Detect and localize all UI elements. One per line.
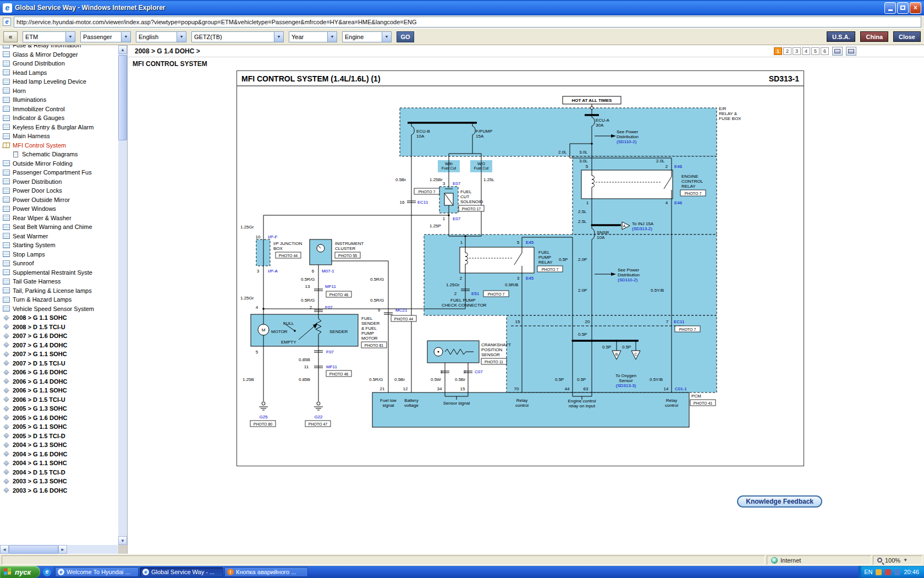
sidebar-item[interactable]: 2003 > G 1.6 DOHC (3, 486, 118, 495)
sidebar-item[interactable]: Main Harness (3, 132, 118, 141)
taskbar-item[interactable]: eWelcome To Hyundai ... (55, 567, 139, 577)
sidebar-item[interactable]: 2007 > G 1.6 DOHC (3, 331, 118, 341)
photo-ref-button[interactable]: PHOTO 46 (326, 291, 351, 297)
sidebar-item[interactable]: Illuminations (3, 95, 118, 105)
sidebar-item[interactable]: Vehicle Speed Sensor System (3, 304, 118, 314)
connector-link[interactable]: HOT AT ALL TIMES (572, 98, 613, 103)
page-button[interactable]: 2 (783, 47, 791, 55)
sidebar-item[interactable]: Tail, Parking & License lamps (3, 286, 118, 296)
zoom-panel[interactable]: 100% ▼ (873, 555, 922, 565)
photo-ref-button[interactable]: PHOTO 11 (481, 358, 507, 364)
photo-ref-button[interactable]: PHOTO 17 (459, 205, 484, 211)
scroll-up-icon[interactable]: ▲ (118, 45, 127, 54)
connector-link[interactable]: C07 (475, 369, 483, 374)
photo-ref-button[interactable]: PHOTO 7 (483, 291, 509, 297)
photo-ref-button[interactable]: PHOTO 41 (690, 400, 716, 406)
scroll-left-icon[interactable]: ◄ (0, 545, 9, 554)
sidebar-item[interactable]: Power Distribution (3, 177, 118, 187)
connector-link[interactable]: (SD313-3) (616, 383, 636, 388)
sidebar-item[interactable]: 2005 > G 1.1 SOHC (3, 422, 118, 432)
connector-link[interactable]: E07 (453, 216, 461, 221)
connector-link[interactable]: EC11 (674, 319, 685, 324)
usa-button[interactable]: U.S.A. (827, 31, 855, 42)
scroll-right-icon[interactable]: ► (58, 545, 67, 554)
connector-link[interactable]: (SD313-2) (632, 226, 652, 231)
sidebar-item[interactable]: Rear Wiper & Washer (3, 214, 118, 223)
connector-link[interactable]: (SD110-2) (618, 277, 638, 282)
sidebar-item[interactable]: 2004 > G 1.1 SOHC (3, 459, 118, 468)
select-group[interactable]: ETM▼ (23, 31, 75, 42)
page-button[interactable]: 4 (802, 47, 810, 55)
tray-icon[interactable] (876, 569, 882, 575)
page-button[interactable]: 6 (821, 47, 829, 55)
connector-link[interactable]: G22 (314, 415, 323, 419)
sidebar-item[interactable]: Tail Gate Harness (3, 277, 118, 286)
sidebar-item[interactable]: Head Lamps (3, 68, 118, 78)
connector-link[interactable]: EC11 (417, 200, 428, 205)
sidebar-item[interactable]: 2005 > G 1.6 DOHC (3, 413, 118, 423)
sidebar-item[interactable]: 2007 > G 1.4 DOHC (3, 341, 118, 350)
close-viewer-button[interactable]: Close (893, 31, 921, 42)
go-button[interactable]: GO (397, 31, 414, 42)
sidebar-item[interactable]: 2005 > D 1.5 TCI-D (3, 432, 118, 441)
connector-link[interactable]: E51 (471, 291, 480, 296)
close-button[interactable]: × (910, 2, 921, 14)
sidebar-item[interactable]: Power Outside Mirror (3, 195, 118, 205)
maximize-button[interactable] (897, 2, 909, 14)
sidebar-item[interactable]: 2008 > G 1.1 SOHC (3, 313, 118, 323)
sidebar-item[interactable]: 2004 > G 1.3 SOHC (3, 440, 118, 450)
scroll-thumb[interactable] (118, 55, 127, 140)
photo-ref-button[interactable]: PHOTO 46 (326, 370, 351, 377)
minimize-button[interactable] (884, 2, 896, 14)
connector-link[interactable]: C01-1 (675, 386, 687, 391)
select-language[interactable]: English▼ (136, 31, 186, 42)
sidebar-item[interactable]: Head lamp Leveling Device (3, 77, 118, 86)
sidebar-item[interactable]: 2006 > G 1.1 SOHC (3, 386, 118, 395)
scroll-thumb[interactable] (9, 545, 58, 554)
photo-ref-button[interactable]: PHOTO 7 (680, 190, 706, 196)
sidebar-item[interactable]: Supplemental Restraint Syste (3, 268, 118, 277)
scroll-down-icon[interactable]: ▼ (118, 536, 127, 545)
url-field[interactable]: http://service.hyundai-motor.com/viewer/… (14, 17, 921, 28)
connector-link[interactable]: G25 (259, 415, 268, 419)
connector-link[interactable]: E46 (674, 164, 683, 169)
connector-link[interactable]: MC21 (395, 308, 408, 313)
taskbar-item[interactable]: eGlobal Service Way - ... (140, 567, 223, 577)
connector-link[interactable]: I/P-A (268, 269, 278, 274)
connector-link[interactable]: F07 (325, 305, 333, 310)
tray-icon[interactable] (894, 569, 900, 575)
photo-ref-button[interactable]: PHOTO 44 (391, 315, 416, 321)
photo-ref-button[interactable]: PHOTO 47 (305, 421, 331, 427)
ie-quicklaunch-icon[interactable]: e (43, 568, 51, 576)
sidebar-item[interactable]: Immobilizer Control (3, 105, 118, 114)
connector-link[interactable]: F07 (326, 350, 334, 355)
photo-ref-button[interactable]: PHOTO 7 (675, 326, 700, 332)
sidebar-item[interactable]: Keyless Entry & Burglar Alarm (3, 123, 118, 132)
page-button[interactable]: 1 (774, 47, 782, 55)
connector-link[interactable]: I/P-F (268, 235, 277, 239)
export-icon[interactable] (846, 47, 856, 56)
sidebar-item[interactable]: MFI Control System (3, 141, 118, 150)
photo-ref-button[interactable]: PHOTO 44 (276, 252, 301, 258)
sidebar-item[interactable]: 2007 > G 1.1 SOHC (3, 350, 118, 359)
select-vehicletype[interactable]: Passenger▼ (80, 31, 131, 42)
taskbar-item[interactable]: !Кнопка аварийного ... (224, 567, 308, 577)
sidebar-horizontal-scrollbar[interactable]: ◄ ► (0, 545, 118, 554)
sidebar-item[interactable]: Stop Lamps (3, 250, 118, 259)
sidebar-vertical-scrollbar[interactable]: ▲ ▼ (118, 45, 127, 545)
china-button[interactable]: China (860, 31, 888, 42)
sidebar-item[interactable]: Starting System (3, 241, 118, 250)
select-year[interactable]: Year▼ (289, 31, 337, 42)
connector-link[interactable]: M07-1 (322, 269, 334, 274)
sidebar-item[interactable]: 2003 > G 1.3 SOHC (3, 477, 118, 486)
sidebar-item[interactable]: Horn (3, 86, 118, 96)
sidebar-item[interactable]: 2006 > D 1.5 TCI-U (3, 395, 118, 405)
sidebar-item[interactable]: Ground Distribution (3, 59, 118, 68)
tray-icon[interactable] (885, 569, 891, 575)
connector-link[interactable]: E46 (674, 200, 683, 205)
photo-ref-button[interactable]: PHOTO 55 (335, 252, 360, 258)
sidebar-item[interactable]: 2005 > G 1.3 SOHC (3, 404, 118, 413)
sidebar-item[interactable]: 2006 > G 1.4 DOHC (3, 377, 118, 386)
photo-ref-button[interactable]: PHOTO 80 (250, 421, 276, 427)
sidebar-item[interactable]: Glass & Mirror Defogger (3, 50, 118, 59)
